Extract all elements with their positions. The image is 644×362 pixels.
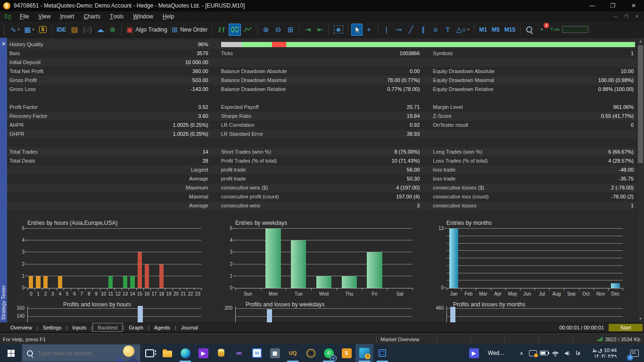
panel-close-icon[interactable]: ✕ — [0, 41, 7, 47]
stat-label: loss trade — [433, 165, 619, 174]
candles-chart-button[interactable] — [229, 24, 241, 36]
calculator-button[interactable]: ▦ — [266, 344, 284, 362]
menu-item-insert[interactable]: Insert — [55, 11, 79, 22]
taskbar-search[interactable] — [22, 344, 140, 362]
vertical-scrollbar[interactable]: ▲ ▼ — [636, 38, 644, 322]
search-button[interactable] — [523, 24, 535, 36]
menu-item-help[interactable]: Help — [158, 11, 179, 22]
edge-button[interactable] — [176, 344, 194, 362]
menu-item-view[interactable]: View — [33, 11, 55, 22]
media-player-button[interactable]: ▶ — [194, 344, 212, 362]
search-input[interactable] — [37, 349, 114, 357]
chart-shift-button[interactable]: ⇤ — [314, 24, 326, 36]
trendline-button[interactable]: ╱ — [405, 24, 417, 36]
levels-button[interactable]: ⇡LVL — [548, 24, 590, 36]
file-explorer-button[interactable] — [158, 344, 176, 362]
language-indicator[interactable]: فا — [572, 344, 584, 362]
minimize-button[interactable]: — — [582, 0, 603, 11]
menu-item-file[interactable]: File — [15, 11, 33, 22]
quality-segment — [272, 42, 286, 47]
market-button[interactable]: ▤ — [69, 24, 80, 36]
new-chart-button[interactable]: ∿▾ — [8, 24, 22, 36]
wifi-button[interactable] — [550, 344, 561, 362]
toolbar-separator — [51, 25, 52, 35]
tile-windows-button[interactable]: ⊞ — [285, 24, 296, 36]
tab-overview[interactable]: Overview — [6, 323, 37, 332]
bars-chart-button[interactable] — [215, 24, 228, 36]
zoom-in-button[interactable]: ⊕ — [260, 24, 272, 36]
zoom-out-button[interactable]: ⊖ — [272, 24, 284, 36]
google-calendar-button[interactable]: 31 — [248, 344, 266, 362]
timeframe-m5-button[interactable]: M5 — [490, 24, 502, 36]
vps-button[interactable]: ⊛ — [107, 24, 118, 36]
y-tick — [444, 228, 446, 229]
task-view-button[interactable] — [140, 344, 158, 362]
fibo-lines-button[interactable]: ≡ — [430, 24, 441, 36]
scrollbar-thumb[interactable] — [638, 45, 643, 163]
battery-button[interactable] — [538, 344, 550, 362]
timeframe-m1-button[interactable]: M1 — [477, 24, 489, 36]
menu-item-tools[interactable]: Tools — [105, 11, 128, 22]
tab-graph[interactable]: Graph — [124, 323, 148, 332]
community-button[interactable]: ◔1 — [536, 24, 547, 36]
algo-trading-button[interactable]: ▣Algo Trading — [124, 24, 169, 36]
line-chart-button[interactable] — [242, 24, 254, 36]
taskbar-clock[interactable]: 10:44 ق.ظ۱۴۰۴/۰۴/۲۹ — [584, 344, 625, 362]
close-button[interactable]: ✕ — [623, 0, 644, 11]
tab-agents[interactable]: Agents — [149, 323, 175, 332]
x-tick-label: Sun — [244, 291, 252, 296]
crosshair-button[interactable]: ⌖ — [363, 24, 375, 36]
whatsapp-button[interactable]: ✆V — [320, 344, 338, 362]
metatrader5-button[interactable]: 5 — [355, 344, 373, 362]
signals-button[interactable]: (○) — [81, 24, 94, 36]
equidistant-channel-button[interactable]: ∥ — [418, 24, 429, 36]
screen-cast-button[interactable] — [527, 344, 538, 362]
action-center-button[interactable]: ۱۳ — [625, 344, 644, 362]
mdi-restore-button[interactable]: ❐ — [621, 13, 631, 20]
status-market-overview[interactable]: Market Overview — [376, 336, 437, 343]
visual-studio-button[interactable]: ∞ — [230, 344, 248, 362]
office-five-button[interactable]: 5 — [338, 344, 355, 362]
start-button[interactable]: Start — [609, 324, 643, 331]
text-label-button[interactable]: T — [442, 24, 454, 36]
horizontal-line-button[interactable]: ⊸ — [393, 24, 405, 36]
uq-app-button[interactable]: UQ — [284, 344, 302, 362]
tray-expand-button[interactable]: ∧ — [516, 344, 527, 362]
y-tick — [233, 240, 235, 240]
database-tools-button[interactable] — [212, 344, 230, 362]
volume-button[interactable]: ◀)) — [561, 344, 572, 362]
restore-button[interactable]: ❐ — [603, 0, 623, 11]
stat-value: 0.55 (41.77%) — [601, 112, 634, 121]
chart-profiles-button[interactable]: ▦▾ — [23, 24, 36, 36]
new-order-button[interactable]: ⊞New Order — [170, 24, 210, 36]
scroll-up-icon[interactable]: ▲ — [637, 38, 644, 45]
chart-bar — [611, 283, 620, 288]
mdi-minimize-button[interactable]: — — [611, 13, 620, 20]
shapes-icon: △○ — [456, 26, 466, 33]
scroll-down-icon[interactable]: ▼ — [637, 315, 644, 322]
quality-segment — [286, 42, 635, 47]
windows-start-button[interactable] — [0, 344, 22, 362]
shift-chart-end-button[interactable]: ⇥ — [302, 24, 314, 36]
tab-backtest[interactable]: Backtest — [92, 323, 123, 332]
mdi-close-button[interactable]: ✕ — [632, 13, 642, 20]
cloud-button[interactable]: ☁ — [95, 24, 106, 36]
screenshot-button[interactable]: ◉ — [332, 24, 345, 36]
ide-button[interactable]: IDE — [55, 24, 68, 36]
chart-bar — [316, 276, 331, 288]
vertical-line-button[interactable]: | — [381, 24, 392, 36]
movies-tv-button[interactable]: ▶ — [465, 344, 483, 362]
menu-item-window[interactable]: Window — [128, 11, 158, 22]
timeframe-m15-button[interactable]: M15 — [503, 24, 517, 36]
shapes-button[interactable]: △○▾ — [454, 24, 471, 36]
processor-button[interactable] — [373, 344, 391, 362]
taskbar-day-widget[interactable]: Wed... — [483, 344, 509, 362]
gold-ring-app-button[interactable] — [302, 344, 320, 362]
currency-button[interactable]: $ — [37, 24, 49, 36]
menu-item-charts[interactable]: Charts — [79, 11, 105, 22]
cursor-button[interactable] — [351, 24, 363, 36]
tab-journal[interactable]: Journal — [176, 323, 203, 332]
tab-inputs[interactable]: Inputs — [67, 323, 91, 332]
tab-settings[interactable]: Settings — [38, 323, 66, 332]
stat-value: 4 (28.57%) — [608, 156, 634, 165]
